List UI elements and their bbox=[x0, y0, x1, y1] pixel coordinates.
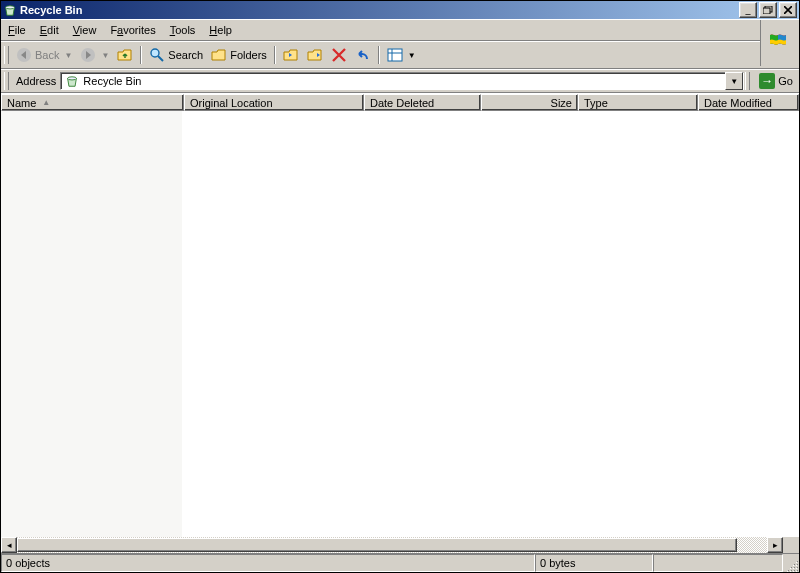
address-bar: Address Recycle Bin ▼ → Go bbox=[1, 69, 799, 93]
up-folder-icon bbox=[117, 47, 133, 63]
address-label: Address bbox=[12, 75, 60, 87]
forward-button[interactable]: ▼ bbox=[76, 44, 113, 66]
column-type[interactable]: Type bbox=[578, 94, 698, 111]
move-to-button[interactable] bbox=[279, 44, 303, 66]
chevron-down-icon: ▼ bbox=[408, 51, 416, 60]
menu-edit[interactable]: Edit bbox=[33, 22, 66, 38]
folders-button[interactable]: Folders bbox=[207, 44, 271, 66]
column-size[interactable]: Size bbox=[481, 94, 578, 111]
column-date-deleted[interactable]: Date Deleted bbox=[364, 94, 481, 111]
svg-rect-6 bbox=[388, 49, 402, 61]
recycle-bin-icon bbox=[64, 73, 80, 89]
status-bytes: 0 bytes bbox=[535, 554, 653, 572]
copy-to-icon bbox=[307, 47, 323, 63]
column-date-modified[interactable]: Date Modified bbox=[698, 94, 799, 111]
menu-file[interactable]: File bbox=[1, 22, 33, 38]
throbber-flag-icon bbox=[760, 20, 799, 66]
scrollbar-thumb[interactable] bbox=[17, 538, 737, 552]
views-icon bbox=[387, 47, 403, 63]
search-button[interactable]: Search bbox=[145, 44, 207, 66]
addressbar-grip[interactable] bbox=[745, 72, 750, 90]
back-button[interactable]: Back ▼ bbox=[12, 44, 76, 66]
address-value: Recycle Bin bbox=[83, 75, 725, 87]
scrollbar-corner bbox=[783, 537, 799, 553]
addressbar-grip[interactable] bbox=[4, 72, 9, 90]
close-button[interactable] bbox=[779, 2, 797, 18]
search-icon bbox=[149, 47, 165, 63]
back-icon bbox=[16, 47, 32, 63]
menu-help[interactable]: Help bbox=[202, 22, 239, 38]
menu-view[interactable]: View bbox=[66, 22, 104, 38]
minimize-button[interactable]: _ bbox=[739, 2, 757, 18]
menu-favorites[interactable]: Favorites bbox=[103, 22, 162, 38]
status-objects: 0 objects bbox=[1, 554, 535, 572]
views-button[interactable]: ▼ bbox=[383, 44, 420, 66]
copy-to-button[interactable] bbox=[303, 44, 327, 66]
status-zone bbox=[653, 554, 783, 572]
undo-icon bbox=[355, 47, 371, 63]
resize-grip-icon[interactable] bbox=[783, 554, 799, 572]
svg-rect-2 bbox=[763, 8, 770, 14]
delete-icon bbox=[331, 47, 347, 63]
undo-button[interactable] bbox=[351, 44, 375, 66]
left-gutter bbox=[1, 111, 182, 537]
forward-icon bbox=[80, 47, 96, 63]
scrollbar-track[interactable] bbox=[17, 537, 767, 553]
window-title: Recycle Bin bbox=[20, 4, 737, 16]
chevron-down-icon: ▼ bbox=[64, 51, 72, 60]
status-bar: 0 objects 0 bytes bbox=[1, 553, 799, 572]
horizontal-scrollbar[interactable]: ◂ ▸ bbox=[1, 537, 799, 553]
svg-point-7 bbox=[68, 77, 77, 80]
folders-icon bbox=[211, 47, 227, 63]
sort-ascending-icon: ▲ bbox=[42, 98, 50, 107]
toolbar-separator bbox=[274, 46, 276, 64]
go-icon: → bbox=[759, 73, 775, 89]
toolbar: Back ▼ ▼ Search Folders bbox=[1, 41, 799, 69]
scroll-left-button[interactable]: ◂ bbox=[1, 537, 17, 553]
restore-button[interactable] bbox=[759, 2, 777, 18]
delete-button[interactable] bbox=[327, 44, 351, 66]
go-button[interactable]: → Go bbox=[755, 71, 797, 91]
move-to-icon bbox=[283, 47, 299, 63]
up-button[interactable] bbox=[113, 44, 137, 66]
scroll-right-button[interactable]: ▸ bbox=[767, 537, 783, 553]
menu-tools[interactable]: Tools bbox=[163, 22, 203, 38]
column-name[interactable]: Name ▲ bbox=[1, 94, 184, 111]
file-list[interactable] bbox=[1, 111, 799, 537]
address-dropdown-button[interactable]: ▼ bbox=[725, 72, 743, 90]
svg-point-5 bbox=[151, 49, 159, 57]
address-field[interactable]: Recycle Bin ▼ bbox=[60, 72, 744, 90]
menubar: File Edit View Favorites Tools Help bbox=[1, 19, 799, 41]
svg-point-0 bbox=[6, 6, 15, 9]
column-headers: Name ▲ Original Location Date Deleted Si… bbox=[1, 93, 799, 111]
toolbar-separator bbox=[140, 46, 142, 64]
titlebar[interactable]: Recycle Bin _ bbox=[1, 1, 799, 19]
column-original-location[interactable]: Original Location bbox=[184, 94, 364, 111]
toolbar-separator bbox=[378, 46, 380, 64]
toolbar-grip[interactable] bbox=[4, 46, 9, 64]
explorer-window: Recycle Bin _ File Edit View Favorites T… bbox=[0, 0, 800, 573]
chevron-down-icon: ▼ bbox=[101, 51, 109, 60]
recycle-bin-icon bbox=[3, 3, 17, 17]
